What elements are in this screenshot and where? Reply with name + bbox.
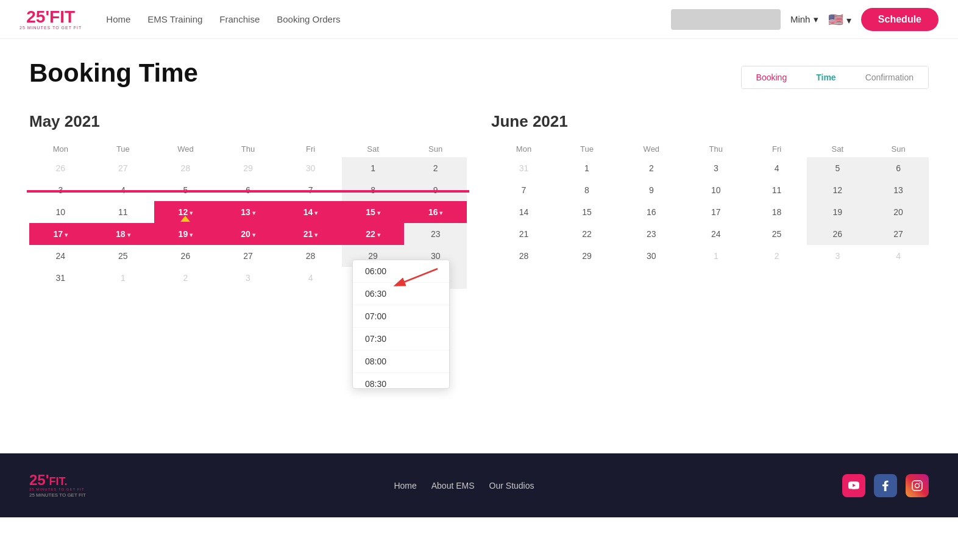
table-row: 4	[279, 267, 342, 289]
footer-logo-text: 25'FIT.	[29, 473, 86, 487]
breadcrumb: Booking Time Confirmation	[741, 66, 929, 89]
may-title: May 2021	[29, 112, 467, 131]
may-col-mon: Mon	[29, 141, 92, 157]
nav-ems-training[interactable]: EMS Training	[147, 14, 202, 24]
time-option-0730[interactable]: 07:30	[353, 328, 449, 350]
table-row: 3	[29, 179, 92, 201]
footer-links: Home About EMS Our Studios	[394, 481, 534, 491]
table-row[interactable]: 14▾	[279, 201, 342, 223]
logo-sub: 25 MINUTES TO GET FIT	[20, 26, 82, 30]
table-row: 4	[747, 157, 807, 179]
may-wrapper: Mon Tue Wed Thu Fri Sat Sun 262728293012…	[29, 141, 467, 289]
table-row: 15	[556, 201, 617, 223]
may-col-wed: Wed	[154, 141, 217, 157]
table-row: 20	[868, 201, 929, 223]
footer: 25'FIT. 25 MINUTES TO GET FIT 25 MINUTES…	[0, 453, 958, 517]
user-chevron-icon: ▾	[814, 14, 818, 25]
logo[interactable]: 25'FIT 25 MINUTES TO GET FIT	[20, 9, 82, 30]
table-row: 29	[217, 157, 280, 179]
table-row[interactable]: 21▾	[279, 223, 342, 245]
youtube-icon[interactable]	[842, 474, 865, 497]
main-content: Booking Time Confirmation Booking Time M…	[0, 39, 958, 453]
june-title: June 2021	[491, 112, 929, 131]
table-row: 2	[747, 245, 807, 267]
logo-text: 25'FIT	[26, 9, 75, 26]
table-row[interactable]: 16▾	[404, 201, 467, 223]
table-row[interactable]: 18▾	[92, 223, 155, 245]
footer-tagline: 25 MINUTES TO GET FIT	[29, 492, 86, 498]
footer-link-ems[interactable]: About EMS	[431, 481, 475, 491]
flag-icon: 🇺🇸	[828, 13, 843, 26]
navbar: 25'FIT 25 MINUTES TO GET FIT Home EMS Tr…	[0, 0, 958, 39]
table-row: 10	[29, 201, 92, 223]
time-option-0630[interactable]: 06:30	[353, 283, 449, 305]
table-row: 30	[279, 157, 342, 179]
table-row[interactable]: 13▾	[217, 201, 280, 223]
table-row[interactable]: 20▾	[217, 223, 280, 245]
table-row[interactable]: 19▾	[154, 223, 217, 245]
may-col-sun: Sun	[404, 141, 467, 157]
table-row: 5	[154, 179, 217, 201]
table-row: 7	[279, 179, 342, 201]
time-option-0700[interactable]: 07:00	[353, 305, 449, 328]
user-menu[interactable]: Minh ▾	[790, 14, 819, 25]
table-row: 28	[491, 245, 556, 267]
jun-col-sun: Sun	[868, 141, 929, 157]
footer-logo-sub: 25 MINUTES TO GET FIT	[29, 487, 86, 491]
bc-confirmation[interactable]: Confirmation	[851, 66, 928, 88]
table-row: 1	[556, 157, 617, 179]
table-row[interactable]: 12▾	[154, 201, 217, 223]
table-row: 13	[868, 179, 929, 201]
nav-franchise[interactable]: Franchise	[219, 14, 260, 24]
table-row: 22	[556, 223, 617, 245]
time-dropdown-inner[interactable]: 06:00 06:30 07:00 07:30 08:00 08:30 09:0…	[353, 260, 449, 388]
table-row: 3	[807, 245, 868, 267]
table-row: 23	[617, 223, 686, 245]
table-row: 14	[491, 201, 556, 223]
table-row[interactable]: 15▾	[342, 201, 405, 223]
username: Minh	[790, 14, 811, 24]
table-row: 24	[29, 245, 92, 267]
jun-col-mon: Mon	[491, 141, 556, 157]
table-row: 4	[868, 245, 929, 267]
nav-home[interactable]: Home	[106, 14, 130, 24]
table-row: 1	[686, 245, 747, 267]
table-row: 5	[807, 157, 868, 179]
table-row[interactable]: 17▾	[29, 223, 92, 245]
schedule-button[interactable]: Schedule	[861, 8, 938, 31]
jun-col-fri: Fri	[747, 141, 807, 157]
jun-col-wed: Wed	[617, 141, 686, 157]
table-row: 2	[154, 267, 217, 289]
table-row: 3	[686, 157, 747, 179]
table-row: 2	[404, 157, 467, 179]
footer-link-studios[interactable]: Our Studios	[489, 481, 534, 491]
jun-col-sat: Sat	[807, 141, 868, 157]
table-row: 26	[154, 245, 217, 267]
table-row: 27	[868, 223, 929, 245]
table-row: 17	[686, 201, 747, 223]
table-row: 26	[807, 223, 868, 245]
time-option-0600[interactable]: 06:00	[353, 260, 449, 283]
table-row: 25	[92, 245, 155, 267]
table-row: 1	[342, 157, 405, 179]
table-row: 28	[279, 245, 342, 267]
search-input[interactable]	[671, 9, 781, 30]
language-selector[interactable]: 🇺🇸 ▾	[828, 12, 851, 27]
footer-link-home[interactable]: Home	[394, 481, 416, 491]
table-row: 18	[747, 201, 807, 223]
bc-time[interactable]: Time	[801, 66, 850, 88]
instagram-icon[interactable]	[906, 474, 929, 497]
table-row: 27	[217, 245, 280, 267]
nav-booking-orders[interactable]: Booking Orders	[277, 14, 340, 24]
may-col-tue: Tue	[92, 141, 155, 157]
time-option-0830[interactable]: 08:30	[353, 373, 449, 388]
table-row: 6	[868, 157, 929, 179]
table-row: 11	[747, 179, 807, 201]
facebook-icon[interactable]	[874, 474, 897, 497]
table-row: 4	[92, 179, 155, 201]
table-row[interactable]: 22▾	[342, 223, 405, 245]
bc-booking[interactable]: Booking	[742, 66, 802, 88]
time-option-0800[interactable]: 08:00	[353, 350, 449, 373]
table-row: 8	[342, 179, 405, 201]
may-col-sat: Sat	[342, 141, 405, 157]
